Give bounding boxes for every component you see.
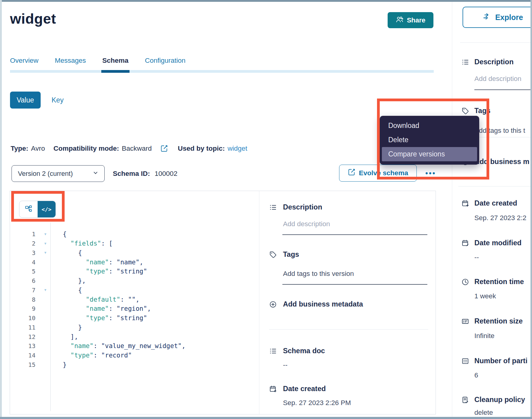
sb-section-partitions-heading: Number of parti — [461, 357, 527, 365]
sb-section-partitions-label: Number of parti — [474, 357, 527, 365]
sb-section-description-label: Description — [474, 58, 513, 66]
tab-messages[interactable]: Messages — [55, 57, 86, 65]
code-line: 4 "name": "name", — [10, 257, 259, 267]
line-number: 13 — [10, 342, 40, 350]
fold-arrow-icon[interactable]: ▼ — [40, 232, 50, 236]
schema-code-editor[interactable]: 1▼{2▼ "fields": [3▼ {4 "name": "name",5 … — [10, 230, 259, 369]
d-section-description-heading: Description — [269, 203, 322, 211]
evolve-schema-button[interactable]: Evolve schema — [339, 165, 417, 182]
d-section-description-label: Description — [283, 203, 322, 211]
d-section-tags-value[interactable]: Add tags to this version — [283, 270, 354, 278]
line-number: 12 — [10, 333, 40, 340]
sb-section-tags-value[interactable]: Add tags to this t — [474, 127, 525, 135]
sb-section-date-modified-label: Date modified — [474, 239, 521, 247]
code-text: "name": "name", — [50, 259, 143, 266]
code-text: { — [50, 287, 82, 294]
code-line: 6 }, — [10, 276, 259, 286]
compatibility-value: Backward — [122, 145, 152, 153]
d-section-business-label: Add business metadata — [283, 300, 363, 308]
used-by-topic-link[interactable]: widget — [227, 145, 247, 153]
subtab-value[interactable]: Value — [10, 92, 41, 109]
sb-section-cleanup-heading: Cleanup policy — [461, 396, 525, 404]
version-dropdown-value: Version 2 (current) — [18, 170, 73, 178]
version-dropdown[interactable]: Version 2 (current) — [12, 165, 105, 182]
calendar-edit-icon — [461, 239, 469, 247]
code-text: "type": "record" — [50, 352, 132, 359]
details-section-divider — [269, 329, 428, 330]
evolve-schema-label: Evolve schema — [359, 169, 408, 177]
sb-section-date-created-heading: Date created — [461, 199, 517, 207]
d-section-date-created-label: Date created — [283, 385, 326, 393]
tab-bar: OverviewMessagesSchemaConfiguration — [10, 57, 185, 65]
code-text: } — [50, 361, 67, 368]
line-number: 14 — [10, 352, 40, 359]
d-input-underline — [282, 284, 427, 285]
code-text: } — [50, 324, 82, 331]
topic-sidebar: Explore DescriptionAdd descriptionTagsAd… — [452, 0, 532, 419]
sb-section-cleanup-value: delete — [474, 409, 493, 417]
tree-diagram-icon — [25, 205, 32, 214]
code-line: 12 ], — [10, 332, 259, 341]
menu-item-delete[interactable]: Delete — [380, 133, 479, 147]
tab-schema[interactable]: Schema — [102, 57, 128, 65]
window-border-right — [530, 0, 532, 419]
overflow-context-menu: DownloadDeleteCompare versions — [380, 116, 479, 165]
code-text: { — [50, 249, 82, 256]
code-text: "name": "region", — [50, 305, 151, 312]
sb-section-business-label: Add business m — [474, 158, 530, 166]
sb-section-tags-heading: Tags — [461, 107, 490, 115]
window-border-left — [0, 0, 2, 419]
clock-icon — [461, 278, 469, 286]
line-number: 15 — [10, 361, 40, 368]
share-button[interactable]: Share — [388, 12, 433, 28]
tree-view-button[interactable] — [19, 201, 38, 217]
calendar-plus-icon — [269, 385, 277, 393]
sb-section-date-created-value: Sep. 27 2023 2:2 — [474, 214, 526, 222]
code-text: "name": "value_my_new_widget", — [50, 342, 186, 350]
line-number: 4 — [10, 259, 40, 266]
d-section-description-placeholder[interactable]: Add description — [283, 220, 330, 228]
schema-meta-row: Type: Avro Compatibility mode: Backward … — [11, 145, 247, 153]
explore-button[interactable]: Explore — [463, 7, 532, 28]
sb-section-description-heading: Description — [461, 58, 513, 66]
code-line: 3▼ { — [10, 248, 259, 258]
window-border-top — [0, 0, 532, 2]
tag-icon — [269, 251, 277, 259]
explore-arrows-icon — [483, 12, 491, 22]
fold-arrow-icon[interactable]: ▼ — [40, 242, 50, 246]
code-text: "type": "string" — [50, 268, 147, 275]
code-line: 1▼{ — [10, 230, 259, 239]
schema-id-value: 100002 — [155, 170, 177, 177]
line-number: 1 — [10, 230, 40, 238]
code-text: "fields": [ — [50, 240, 113, 247]
card-icon — [461, 317, 469, 325]
code-line: 13 "name": "value_my_new_widget", — [10, 341, 259, 351]
type-label: Type: — [11, 145, 28, 153]
d-section-schema-doc-label: Schema doc — [283, 347, 325, 355]
list-icon — [269, 347, 277, 355]
sb-section-retention-size-value: Infinite — [474, 332, 494, 340]
sb-section-retention-size-label: Retention size — [474, 317, 523, 325]
tab-configuration[interactable]: Configuration — [145, 57, 186, 65]
edit-compatibility-icon[interactable] — [160, 145, 168, 153]
code-text: "default": "", — [50, 296, 140, 303]
sb-section-description-placeholder[interactable]: Add description — [474, 75, 521, 83]
code-view-button[interactable]: </> — [38, 201, 56, 217]
tab-overview[interactable]: Overview — [10, 57, 39, 65]
menu-item-compare-versions[interactable]: Compare versions — [382, 147, 477, 161]
line-number: 10 — [10, 314, 40, 322]
subtab-key[interactable]: Key — [52, 92, 64, 109]
fold-arrow-icon[interactable]: ▼ — [40, 288, 50, 292]
topic-schema-page: widget Share OverviewMessagesSchemaConfi… — [0, 0, 532, 419]
d-section-date-created-value: Sep. 27 2023 2:26 PM — [283, 399, 351, 407]
sb-section-retention-time-value: 1 week — [474, 292, 496, 300]
sb-section-cleanup-label: Cleanup policy — [474, 396, 525, 404]
fold-arrow-icon[interactable]: ▼ — [40, 251, 50, 255]
more-actions-button[interactable]: ••• — [423, 165, 439, 182]
list-icon — [269, 203, 277, 211]
menu-item-download[interactable]: Download — [380, 119, 479, 133]
code-text: ], — [50, 333, 78, 340]
doc-check-icon — [461, 396, 469, 404]
sb-section-tags-label: Tags — [474, 107, 490, 115]
d-section-business-heading[interactable]: Add business metadata — [269, 300, 363, 308]
